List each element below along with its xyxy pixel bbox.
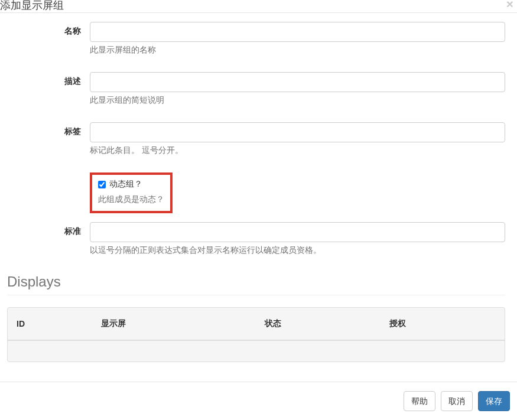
tags-label: 标签 [7,122,90,137]
criteria-help: 以逗号分隔的正则表达式集合对显示名称运行以确定成员资格。 [90,245,505,256]
form-group-criteria: 标准 以逗号分隔的正则表达式集合对显示名称运行以确定成员资格。 [7,222,505,256]
name-label: 名称 [7,22,90,37]
form-group-dynamic: 动态组？ 此组成员是动态？ [7,172,505,213]
th-auth: 授权 [381,308,505,340]
table-header-row: ID 显示屏 状态 授权 [8,308,505,340]
modal-header: 添加显示屏组 × [0,0,517,13]
name-field-wrap: 此显示屏组的名称 [90,22,505,56]
displays-table: ID 显示屏 状态 授权 [8,308,505,362]
tags-input[interactable] [90,122,505,142]
modal-footer: 帮助 取消 保存 [0,382,517,420]
criteria-input[interactable] [90,222,505,242]
cancel-button[interactable]: 取消 [441,391,473,411]
name-input[interactable] [90,22,505,42]
form-group-desc: 描述 此显示组的简短说明 [7,72,505,106]
dynamic-spacer [7,172,90,177]
criteria-field-wrap: 以逗号分隔的正则表达式集合对显示名称运行以确定成员资格。 [90,222,505,256]
name-help: 此显示屏组的名称 [90,45,505,56]
form-group-tags: 标签 标记此条目。 逗号分开。 [7,122,505,156]
dynamic-checkbox[interactable] [98,181,106,188]
save-button[interactable]: 保存 [478,391,510,411]
dynamic-checkbox-label[interactable]: 动态组？ [98,179,164,190]
dynamic-help: 此组成员是动态？ [98,194,164,205]
th-status: 状态 [256,308,380,340]
desc-label: 描述 [7,72,90,87]
help-button[interactable]: 帮助 [404,391,435,411]
close-icon[interactable]: × [506,0,513,10]
tags-field-wrap: 标记此条目。 逗号分开。 [90,122,505,156]
desc-input[interactable] [90,72,505,92]
dynamic-field-wrap: 动态组？ 此组成员是动态？ [90,172,505,213]
tags-help: 标记此条目。 逗号分开。 [90,145,505,156]
dynamic-label-text: 动态组？ [109,179,142,190]
displays-table-wrap: ID 显示屏 状态 授权 [7,307,505,362]
table-row-empty [8,340,505,362]
desc-help: 此显示组的简短说明 [90,95,505,106]
displays-section-header: Displays [7,274,505,295]
modal-body: 名称 此显示屏组的名称 描述 此显示组的简短说明 标签 标记此条目。 逗号分开。… [0,13,517,371]
modal-title: 添加显示屏组 [0,0,508,11]
dynamic-highlight-box: 动态组？ 此组成员是动态？ [90,172,173,213]
form-group-name: 名称 此显示屏组的名称 [7,22,505,56]
th-id: ID [8,308,92,340]
th-display: 显示屏 [92,308,256,340]
criteria-label: 标准 [7,222,90,237]
desc-field-wrap: 此显示组的简短说明 [90,72,505,106]
